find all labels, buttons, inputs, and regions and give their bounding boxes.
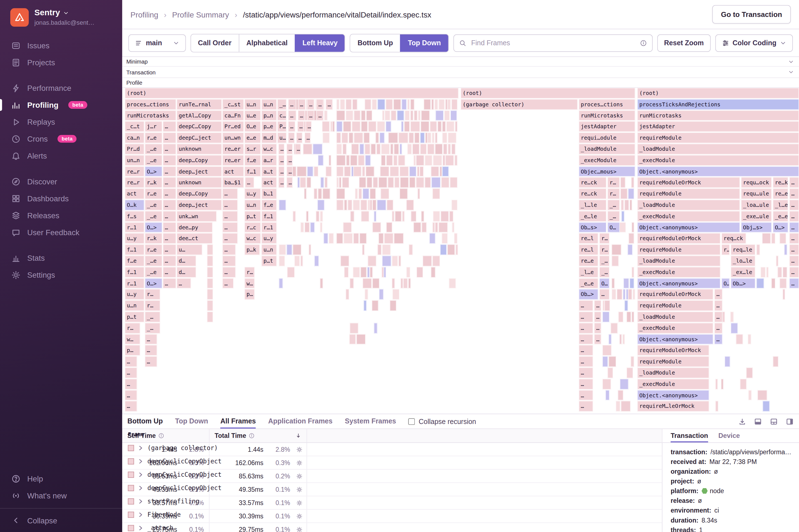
flame-frame-texture[interactable] <box>307 166 313 176</box>
flame-frame-texture[interactable] <box>409 244 413 255</box>
flame-frame-texture[interactable] <box>730 311 734 322</box>
flame-frame-texture[interactable] <box>382 110 384 121</box>
flame-frame-texture[interactable] <box>390 300 396 311</box>
flame-frame-texture[interactable] <box>416 267 423 278</box>
find-frames-search[interactable] <box>453 34 653 52</box>
flame-frame-texture[interactable] <box>628 244 633 255</box>
flame-frame[interactable]: … <box>222 278 234 288</box>
flame-frame-texture[interactable] <box>350 278 354 288</box>
flame-frame-texture[interactable] <box>417 189 420 199</box>
flame-frame-texture[interactable] <box>322 121 330 132</box>
flame-frame-texture[interactable] <box>279 244 286 255</box>
frame-table-row[interactable]: 49.35ms0.1%49.35ms0.1%deepCyclicCopyObje… <box>122 483 662 496</box>
flame-frame-texture[interactable] <box>424 99 431 109</box>
flame-frame[interactable]: … <box>789 233 799 244</box>
flame-frame-texture[interactable] <box>442 166 449 176</box>
flame-frame-texture[interactable] <box>431 99 434 109</box>
flame-frame[interactable]: r… <box>599 233 610 244</box>
flame-frame[interactable]: r… <box>244 267 255 278</box>
flame-frame[interactable]: … <box>222 200 238 210</box>
sidebar-item-releases[interactable]: Releases <box>0 207 122 224</box>
chevron-down-icon[interactable] <box>788 70 794 75</box>
flame-frame-texture[interactable] <box>631 177 634 188</box>
flame-frame-texture[interactable] <box>348 200 352 210</box>
flame-frame-texture[interactable] <box>353 233 359 244</box>
flame-frame[interactable]: r…c <box>244 222 261 233</box>
flame-frame[interactable]: deepC…Copy <box>177 121 222 132</box>
flame-frame[interactable]: … <box>594 311 601 322</box>
download-icon[interactable] <box>739 418 746 425</box>
flame-frame-texture[interactable] <box>420 132 425 143</box>
flame-frame[interactable]: … <box>286 155 293 166</box>
flame-frame-texture[interactable] <box>321 177 324 188</box>
flame-frame[interactable]: … <box>714 289 723 300</box>
tab-bottom-up[interactable]: Bottom Up <box>127 414 163 429</box>
flame-frame-texture[interactable] <box>365 144 370 154</box>
flame-frame-texture[interactable] <box>370 267 373 278</box>
flame-frame[interactable]: r…e <box>145 132 162 143</box>
flame-frame-texture[interactable] <box>322 132 330 143</box>
flame-frame-texture[interactable] <box>455 121 458 132</box>
flame-frame[interactable]: act <box>261 177 277 188</box>
flame-frame-texture[interactable] <box>365 99 371 109</box>
flame-frame-texture[interactable] <box>353 200 360 210</box>
flame-frame[interactable]: re…e <box>579 255 598 266</box>
flame-frame[interactable]: dee…py <box>177 222 212 233</box>
flame-frame-texture[interactable] <box>627 311 631 322</box>
flame-frame[interactable]: _…e <box>145 144 162 154</box>
flame-frame-texture[interactable] <box>605 390 609 400</box>
flame-frame-texture[interactable] <box>372 278 379 288</box>
flame-frame-texture[interactable] <box>304 222 310 233</box>
flame-frame-texture[interactable] <box>320 222 322 233</box>
flame-frame-texture[interactable] <box>325 166 332 176</box>
flame-frame[interactable]: re…er <box>222 155 244 166</box>
flame-frame[interactable]: deep…Copy <box>177 189 222 199</box>
flame-frame-texture[interactable] <box>451 99 458 109</box>
flame-frame[interactable]: _l…le <box>579 200 607 210</box>
flame-frame[interactable]: … <box>579 379 593 389</box>
flame-frame-texture[interactable] <box>375 132 379 143</box>
flame-frame-texture[interactable] <box>427 144 434 154</box>
flame-frame[interactable]: getAl…Copy <box>177 110 222 121</box>
flamegraph-canvas[interactable]: (root)proces…ctionsrunTe…rnal_c…stu…nu…n… <box>125 88 799 414</box>
flame-frame-texture[interactable] <box>313 144 322 154</box>
flame-frame[interactable]: r…1 <box>261 222 277 233</box>
flame-frame[interactable]: d… <box>177 255 196 266</box>
flame-frame[interactable]: unk…wn <box>177 211 217 221</box>
flame-frame-texture[interactable] <box>420 144 426 154</box>
flame-frame[interactable]: ca…n <box>125 132 144 143</box>
flame-frame-texture[interactable] <box>392 211 395 221</box>
flame-frame-texture[interactable] <box>376 144 380 154</box>
flame-frame-texture[interactable] <box>352 121 360 132</box>
dock-bottom-icon[interactable] <box>754 418 762 425</box>
flame-frame-texture[interactable] <box>605 300 610 311</box>
flame-frame[interactable]: f…1 <box>125 267 144 278</box>
flame-frame-texture[interactable] <box>304 189 307 199</box>
flame-frame[interactable]: … <box>222 189 238 199</box>
flame-frame-texture[interactable] <box>425 177 431 188</box>
flame-frame-texture[interactable] <box>346 99 352 109</box>
flame-frame-texture[interactable] <box>421 110 430 121</box>
flame-frame-texture[interactable] <box>374 211 376 221</box>
flame-frame-texture[interactable] <box>380 166 389 176</box>
flame-frame-texture[interactable] <box>621 200 624 210</box>
flame-frame-texture[interactable] <box>370 200 372 210</box>
flame-frame[interactable]: … <box>163 233 176 244</box>
flame-frame-texture[interactable] <box>757 244 760 255</box>
flame-frame-texture[interactable] <box>391 110 396 121</box>
flame-frame[interactable]: … <box>579 300 593 311</box>
flame-frame-texture[interactable] <box>293 211 296 221</box>
flame-frame[interactable]: … <box>789 177 799 188</box>
flame-frame-texture[interactable] <box>439 222 448 233</box>
flame-frame[interactable]: u…y <box>125 233 144 244</box>
flame-frame[interactable]: _loadModule <box>637 144 799 154</box>
flame-frame[interactable]: p…t <box>125 311 144 322</box>
flame-frame[interactable]: _c…st <box>222 99 244 109</box>
flame-frame[interactable]: f…e <box>244 155 261 166</box>
flame-frame-texture[interactable] <box>431 267 435 278</box>
flame-frame-texture[interactable] <box>432 222 435 233</box>
tab-application-frames[interactable]: Application Frames <box>268 414 333 429</box>
flame-frame-texture[interactable] <box>410 121 420 132</box>
flame-frame-texture[interactable] <box>401 121 404 132</box>
flame-frame[interactable]: … <box>579 345 593 356</box>
